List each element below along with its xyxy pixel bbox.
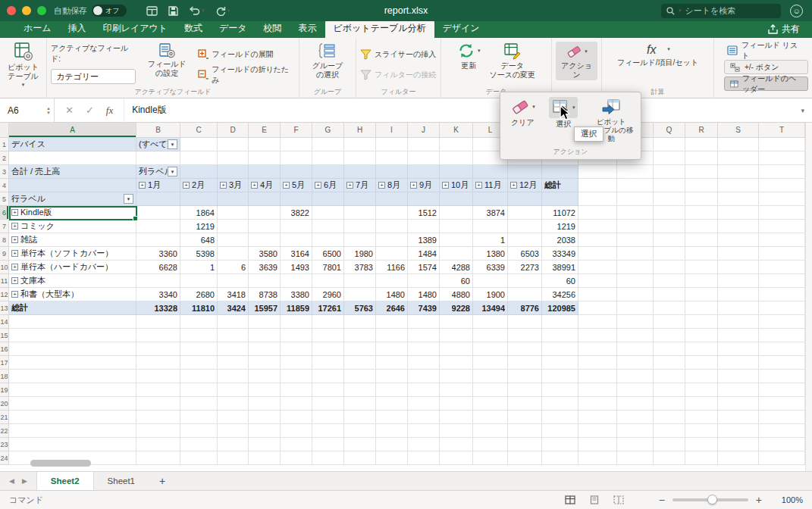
cell-J9[interactable]: 1484: [408, 247, 440, 261]
cell-J24[interactable]: [408, 451, 440, 465]
expand-button[interactable]: +: [475, 182, 482, 189]
cell-C19[interactable]: [180, 383, 218, 397]
expand-button[interactable]: +: [220, 182, 227, 189]
feedback-smiley-icon[interactable]: ☺: [790, 5, 803, 17]
cell-D22[interactable]: [218, 424, 249, 438]
cell-S15[interactable]: [718, 329, 759, 342]
cell-O20[interactable]: [578, 397, 617, 411]
group-selection-button[interactable]: グループ の選択: [312, 42, 343, 79]
cell-L17[interactable]: [473, 356, 508, 370]
row-header-6[interactable]: 6: [0, 206, 9, 220]
cell-H4[interactable]: +7月: [344, 179, 376, 192]
cell-G21[interactable]: [312, 411, 344, 424]
cell-D9[interactable]: [218, 247, 249, 261]
cell-T6[interactable]: [759, 206, 805, 220]
cell-J18[interactable]: [408, 370, 440, 383]
cell-L22[interactable]: [473, 424, 508, 438]
cell-Q18[interactable]: [654, 370, 685, 383]
cell-R17[interactable]: [685, 356, 718, 370]
cell-O19[interactable]: [578, 383, 617, 397]
cell-O3[interactable]: [578, 165, 617, 179]
expand-button[interactable]: +: [410, 182, 417, 189]
cell-T4[interactable]: [759, 179, 805, 192]
cell-P21[interactable]: [617, 411, 654, 424]
cell-F20[interactable]: [281, 397, 312, 411]
cell-O16[interactable]: [578, 342, 617, 356]
field-settings-button[interactable]: フィールド の設定: [144, 42, 190, 77]
cell-Q19[interactable]: [654, 383, 685, 397]
cell-R12[interactable]: [685, 288, 718, 301]
cell-N16[interactable]: [542, 342, 578, 356]
cell-O5[interactable]: [578, 192, 617, 206]
cell-H9[interactable]: 1980: [344, 247, 376, 261]
cell-J20[interactable]: [408, 397, 440, 411]
cell-P16[interactable]: [617, 342, 654, 356]
pivot-table-button[interactable]: ピボット テーブル ▾: [8, 42, 39, 88]
cell-C20[interactable]: [180, 397, 218, 411]
cell-H21[interactable]: [344, 411, 376, 424]
cell-T17[interactable]: [759, 356, 805, 370]
cell-D11[interactable]: [218, 274, 249, 288]
cell-T10[interactable]: [759, 261, 805, 274]
cell-R5[interactable]: [685, 192, 718, 206]
cell-Q23[interactable]: [654, 438, 685, 451]
cell-P4[interactable]: [617, 179, 654, 192]
cell-N6[interactable]: 11072: [542, 206, 578, 220]
cell-K19[interactable]: [440, 383, 473, 397]
cell-T23[interactable]: [759, 438, 805, 451]
cell-S2[interactable]: [718, 151, 759, 165]
search-input[interactable]: ▾ シートを検索: [661, 4, 781, 18]
actions-button[interactable]: ▾ アクション: [556, 42, 597, 80]
cell-Q14[interactable]: [654, 315, 685, 329]
change-data-source-button[interactable]: データ ソースの変更: [489, 42, 535, 79]
cell-D15[interactable]: [218, 329, 249, 342]
cell-L18[interactable]: [473, 370, 508, 383]
cell-A18[interactable]: [9, 370, 136, 383]
column-header-C[interactable]: C: [180, 123, 218, 138]
cell-J11[interactable]: [408, 274, 440, 288]
cell-G17[interactable]: [312, 356, 344, 370]
cell-J2[interactable]: [408, 151, 440, 165]
cell-O10[interactable]: [578, 261, 617, 274]
undo-icon[interactable]: ▾: [189, 6, 205, 15]
cell-A1[interactable]: デバイス: [9, 138, 136, 151]
cell-P5[interactable]: [617, 192, 654, 206]
cell-D17[interactable]: [218, 356, 249, 370]
cell-D1[interactable]: [218, 138, 249, 151]
cell-H12[interactable]: [344, 288, 376, 301]
cell-C3[interactable]: [180, 165, 218, 179]
cell-R6[interactable]: [685, 206, 718, 220]
expand-button[interactable]: +: [283, 182, 290, 189]
cell-T21[interactable]: [759, 411, 805, 424]
cell-F6[interactable]: 3822: [281, 206, 312, 220]
cell-F15[interactable]: [281, 329, 312, 342]
cell-E20[interactable]: [249, 397, 281, 411]
cell-T12[interactable]: [759, 288, 805, 301]
cell-S6[interactable]: [718, 206, 759, 220]
cell-J14[interactable]: [408, 315, 440, 329]
cell-S3[interactable]: [718, 165, 759, 179]
cell-A22[interactable]: [9, 424, 136, 438]
cell-G4[interactable]: +6月: [312, 179, 344, 192]
cell-O11[interactable]: [578, 274, 617, 288]
cell-L14[interactable]: [473, 315, 508, 329]
cell-F17[interactable]: [281, 356, 312, 370]
cell-A8[interactable]: +雑誌: [9, 233, 136, 247]
cell-I21[interactable]: [376, 411, 408, 424]
expand-button[interactable]: +: [11, 209, 18, 216]
cell-L16[interactable]: [473, 342, 508, 356]
formula-bar-expand-icon[interactable]: ▾: [801, 98, 812, 122]
cell-B12[interactable]: 3340: [136, 288, 180, 301]
cell-G23[interactable]: [312, 438, 344, 451]
cell-S24[interactable]: [718, 451, 759, 465]
cell-D3[interactable]: [218, 165, 249, 179]
cell-E5[interactable]: [249, 192, 281, 206]
formula-input[interactable]: Kindle版: [124, 98, 801, 122]
cell-E23[interactable]: [249, 438, 281, 451]
cell-F7[interactable]: [281, 220, 312, 233]
cell-P6[interactable]: [617, 206, 654, 220]
cell-I11[interactable]: [376, 274, 408, 288]
cell-N9[interactable]: 33349: [542, 247, 578, 261]
cell-J3[interactable]: [408, 165, 440, 179]
cell-B17[interactable]: [136, 356, 180, 370]
